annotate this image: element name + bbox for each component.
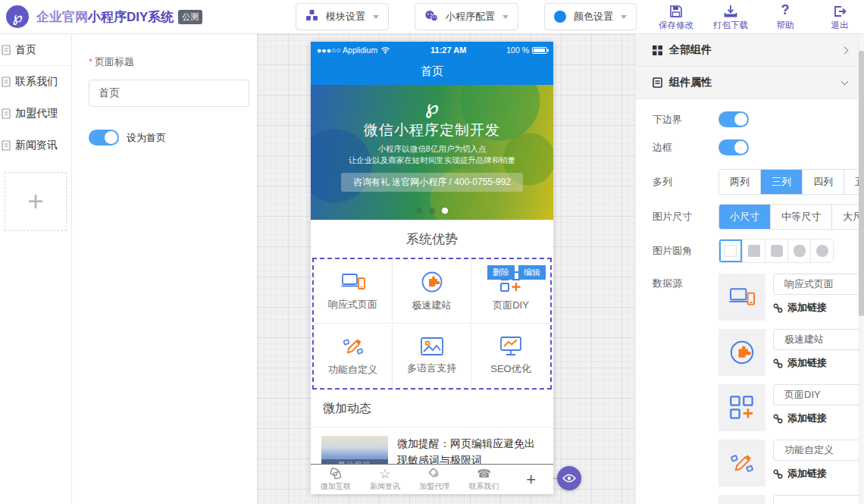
datasource-name-input[interactable] [773,274,864,295]
sidebar-item-agency[interactable]: 加盟代理 [0,98,71,130]
inspector-scrollbar[interactable] [859,34,864,504]
module-settings-label: 模块设置 [326,10,365,23]
app-title-bold: 小程序DIY系统 [88,10,174,24]
datasource-thumb[interactable] [718,329,765,376]
feature-cell-seo[interactable]: SEO优化 [471,324,550,388]
component-props-header[interactable]: 组件属性 [636,67,864,99]
columns-option-3-selected[interactable]: 三列 [760,170,802,194]
radius-option-4[interactable] [810,239,833,262]
module-settings-button[interactable]: 模块设置 [296,3,389,30]
add-page-button[interactable]: + [5,172,67,231]
star-icon: ☆ [379,468,390,481]
miniprogram-config-button[interactable]: 小程序配置 [415,3,518,30]
save-icon [669,3,683,18]
carousel-dot[interactable] [429,208,435,214]
carousel-dot-active[interactable] [442,208,448,214]
columns-label: 多列 [653,175,702,189]
datasource-name-input[interactable] [773,440,864,461]
save-button[interactable]: 保存修改 [656,3,696,31]
datasource-thumb[interactable] [718,495,765,504]
tab-agency[interactable]: 加盟代理 [410,468,459,492]
responsive-page-icon [341,271,365,293]
radius-option-2[interactable] [765,239,787,262]
add-link-button[interactable]: 添加链接 [773,412,864,425]
phone-nav-title: 首页 [311,58,553,85]
tab-contact[interactable]: ☎ 联系我们 [459,468,509,492]
exit-label: 退出 [831,20,849,31]
add-link-button[interactable]: 添加链接 [773,301,864,315]
radius-option-3[interactable] [787,239,810,262]
datasource-item: 添加链接 [718,440,864,487]
image-size-label: 图片尺寸 [653,210,702,224]
tab-weijia[interactable]: 微加互联 [311,468,360,492]
feature-label: 响应式页面 [328,298,377,311]
help-button[interactable]: ? 帮助 [765,3,805,31]
size-option-small-selected[interactable]: 小尺寸 [719,205,770,229]
download-label: 打包下载 [713,20,748,31]
preview-eye-button[interactable] [557,466,581,490]
tag-icon [427,468,441,481]
exit-button[interactable]: 退出 [820,3,859,31]
datasource-item: 添加链接 [718,274,864,321]
size-option-medium[interactable]: 中等尺寸 [770,205,831,229]
banner-heading: 微信小程序定制开发 [311,121,553,140]
banner-cta-pill[interactable]: 咨询有礼 送官网小程序 / 400-0755-992 [341,173,523,192]
selected-component-outline[interactable]: 删除 编辑 响应式页面 极速建站 页面DIY [312,258,552,390]
bottom-border-label: 下边界 [653,113,702,127]
app-title-light: 企业官网 [36,10,88,24]
link-icon [773,469,783,479]
datasource-name-input[interactable] [773,384,864,405]
feature-label: SEO优化 [490,362,531,376]
edit-component-button[interactable]: 编辑 [518,265,546,280]
pencil-icon [341,335,365,358]
columns-option-4[interactable]: 四列 [802,170,844,194]
feature-cell-fastbuild[interactable]: 极速建站 [393,259,471,324]
download-button[interactable]: 打包下载 [711,3,750,31]
datasource-thumb[interactable] [718,274,765,321]
image-radius-row: 图片圆角 [653,239,864,263]
feature-cell-custom[interactable]: 功能自定义 [314,324,393,388]
carousel-dot[interactable] [416,208,422,214]
save-label: 保存修改 [659,20,693,31]
datasource-name-input[interactable] [773,329,864,350]
columns-segmented: 两列 三列 四列 五列 [718,169,864,195]
all-components-header[interactable]: 全部组件 [636,34,864,67]
feature-cell-multilang[interactable]: 多语言支持 [393,324,471,388]
color-settings-button[interactable]: 颜色设置 [544,3,637,30]
tab-news[interactable]: ☆ 新闻资讯 [360,468,409,492]
image-radius-label: 图片圆角 [653,244,702,258]
border-row: 边框 [653,139,864,155]
add-link-button[interactable]: 添加链接 [773,467,864,481]
image-size-segmented: 小尺寸 中等尺寸 大尺寸 [718,204,864,230]
set-home-toggle[interactable] [89,130,119,146]
bottom-border-toggle[interactable] [718,111,749,127]
beta-badge: 公测 [178,10,202,24]
pages-sidebar: 首页 联系我们 加盟代理 新闻资讯 + [0,34,72,504]
toolbar: 模块设置 小程序配置 颜色设置 [296,3,637,30]
sidebar-item-news[interactable]: 新闻资讯 [0,130,71,161]
columns-option-2[interactable]: 两列 [719,170,760,194]
datasource-thumb[interactable] [718,440,765,487]
datasource-thumb[interactable] [718,384,765,431]
radius-option-0-selected[interactable] [719,239,742,262]
banner-logo-icon: ℘ [311,95,553,119]
datasource-name-input[interactable] [773,495,864,504]
border-label: 边框 [653,141,702,155]
tabbar-add-button[interactable]: + [509,470,553,490]
border-toggle[interactable] [718,139,749,155]
sidebar-item-home[interactable]: 首页 [0,34,71,66]
scrollbar-thumb[interactable] [859,51,864,316]
feature-cell-responsive[interactable]: 响应式页面 [314,259,393,324]
sidebar-item-contact[interactable]: 联系我们 [0,66,71,98]
image-icon [420,337,444,356]
chevron-right-icon [841,46,849,54]
page-title-input[interactable] [89,80,249,107]
header-actions: 保存修改 打包下载 ? 帮助 退出 [656,3,859,31]
radius-option-1[interactable] [742,239,765,262]
datasource-label: 数据源 [653,274,702,290]
set-home-row: 设为首页 [89,130,243,146]
add-link-button[interactable]: 添加链接 [773,356,864,370]
exit-icon [833,3,847,18]
hero-banner[interactable]: ℘ 微信小程序定制开发 小程序以微信8亿用户为切入点 让企业以及商家在短时间里实… [311,85,553,220]
delete-component-button[interactable]: 删除 [487,265,515,280]
